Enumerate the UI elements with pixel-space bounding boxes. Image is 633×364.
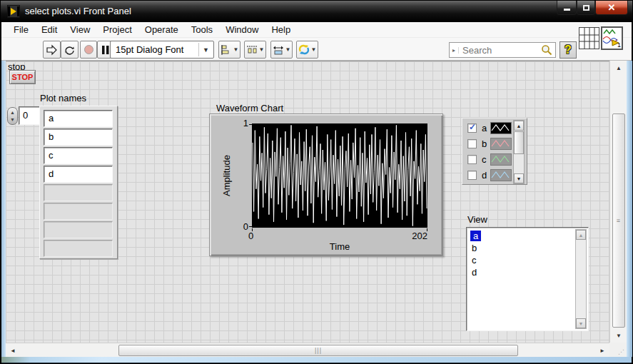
array-index-spinner[interactable]: ▲ ▼: [7, 107, 18, 125]
plot-visibility-checkbox[interactable]: ✓: [467, 171, 477, 180]
menu-help[interactable]: Help: [265, 23, 297, 36]
close-button[interactable]: ✕: [595, 1, 628, 15]
plot-visibility-checkbox[interactable]: ✓: [467, 139, 477, 148]
stop-button[interactable]: STOP: [9, 70, 36, 84]
legend-label: a: [482, 123, 487, 133]
menu-operate[interactable]: Operate: [138, 23, 185, 36]
array-element-0[interactable]: a: [44, 110, 113, 127]
x-tick-min: 0: [248, 231, 253, 241]
plot-names-label: Plot names: [40, 93, 86, 103]
plot-style-preview[interactable]: [490, 138, 512, 150]
legend-row-a: ✓ a: [462, 122, 512, 134]
array-element-6[interactable]: [44, 221, 113, 238]
abort-button[interactable]: [80, 41, 97, 59]
window-border-right: [627, 61, 632, 357]
chevron-down-icon: ▼: [311, 46, 317, 53]
scroll-down-icon[interactable]: ▼: [514, 173, 524, 183]
search-options-icon[interactable]: ▸: [450, 47, 459, 54]
plot-visibility-checkbox[interactable]: ✓: [467, 123, 477, 133]
context-help-button[interactable]: ?: [559, 41, 577, 59]
legend-row-b: ✓ b: [462, 138, 512, 150]
grid-alignment-tool[interactable]: [579, 27, 599, 49]
menu-tools[interactable]: Tools: [185, 23, 219, 36]
scroll-down-icon[interactable]: ▼: [576, 318, 586, 328]
y-axis-tick: [249, 124, 252, 125]
chevron-down-icon: ▼: [285, 46, 291, 53]
legend-label: d: [482, 170, 487, 181]
view-item-c[interactable]: c: [472, 255, 477, 266]
resize-grip[interactable]: ⋰: [609, 343, 627, 357]
array-element-text: c: [49, 150, 54, 161]
run-continuously-button[interactable]: [61, 41, 79, 59]
scroll-left-icon[interactable]: ◄: [7, 345, 19, 356]
array-element-2[interactable]: c: [44, 147, 113, 164]
font-selector[interactable]: 15pt Dialog Font ▼: [110, 41, 214, 59]
resize-objects-icon: [273, 45, 284, 55]
chevron-down-icon: ▼: [233, 46, 239, 53]
minimize-button[interactable]: [557, 1, 577, 15]
legend-label: b: [482, 138, 487, 149]
array-element-text: d: [49, 168, 54, 179]
menu-view[interactable]: View: [64, 23, 96, 36]
scroll-up-icon[interactable]: ▲: [612, 62, 625, 74]
plot-style-preview[interactable]: [490, 169, 512, 181]
legend-row-c: ✓ c: [462, 153, 512, 166]
help-icon: ?: [564, 44, 572, 56]
vi-icon[interactable]: 1: [601, 26, 623, 50]
view-item-b[interactable]: b: [472, 243, 477, 253]
reorder-objects-button[interactable]: ▼: [296, 41, 318, 59]
align-objects-button[interactable]: ▼: [218, 41, 240, 59]
font-selector-value: 15pt Dialog Font: [116, 44, 183, 55]
run-arrow-icon: [46, 44, 58, 56]
plot-style-preview[interactable]: [490, 153, 512, 166]
pause-icon: [101, 45, 110, 55]
legend-scrollbar-thumb[interactable]: [514, 131, 524, 154]
window-title: select plots.vi Front Panel: [25, 6, 131, 16]
legend-scrollbar[interactable]: ▲ ▼: [513, 120, 525, 184]
scroll-up-icon[interactable]: ▲: [576, 230, 586, 240]
scroll-right-icon[interactable]: ►: [597, 345, 608, 356]
align-objects-icon: [221, 45, 232, 55]
spinner-down-icon[interactable]: ▼: [10, 116, 15, 123]
maximize-button[interactable]: [577, 1, 595, 15]
array-element-5[interactable]: [44, 203, 113, 220]
vertical-scrollbar[interactable]: ▲ ≡ ▼: [609, 61, 627, 343]
array-element-1[interactable]: b: [44, 128, 113, 146]
scroll-down-icon[interactable]: ▼: [612, 330, 625, 341]
array-element-text: a: [49, 113, 54, 123]
plot-style-preview[interactable]: [490, 122, 512, 134]
window-border-bottom: [1, 357, 632, 364]
y-tick-max: 1: [231, 118, 248, 128]
run-button[interactable]: [43, 41, 61, 59]
plot-legend: ✓ a ✓ b ✓ c ✓ d: [462, 118, 527, 185]
search-input[interactable]: [459, 45, 540, 56]
view-listbox[interactable]: a b c d ▲ ▼: [466, 227, 589, 331]
array-element-4[interactable]: [44, 184, 113, 201]
array-index-field[interactable]: 0: [19, 106, 41, 125]
plot-visibility-checkbox[interactable]: ✓: [467, 155, 477, 164]
chart-title: Waveform Chart: [216, 103, 283, 113]
menu-window[interactable]: Window: [219, 23, 265, 36]
y-axis-label: Amplitude: [221, 123, 233, 228]
maximize-icon: [583, 5, 589, 11]
spinner-up-icon[interactable]: ▲: [10, 109, 15, 116]
reorder-objects-icon: [298, 44, 310, 55]
y-tick-min: 0: [231, 221, 248, 232]
view-item-d[interactable]: d: [472, 267, 477, 278]
title-bar[interactable]: select plots.vi Front Panel ✕: [1, 1, 632, 22]
chevron-down-icon: ▼: [203, 46, 209, 54]
menu-file[interactable]: File: [7, 23, 35, 36]
vertical-scrollbar-thumb[interactable]: ≡: [612, 113, 625, 328]
array-element-text: b: [49, 131, 54, 142]
menu-project[interactable]: Project: [96, 23, 138, 36]
menu-edit[interactable]: Edit: [35, 23, 64, 36]
view-scrollbar[interactable]: ▲ ▼: [575, 229, 587, 329]
horizontal-scrollbar-thumb[interactable]: |||: [118, 345, 518, 356]
resize-objects-button[interactable]: ▼: [270, 41, 293, 59]
scroll-up-icon[interactable]: ▲: [514, 121, 524, 131]
array-element-7[interactable]: [44, 240, 113, 257]
array-element-3[interactable]: d: [44, 166, 113, 183]
view-item-a[interactable]: a: [470, 231, 481, 241]
horizontal-scrollbar[interactable]: ◄ ||| ►: [6, 343, 609, 357]
distribute-objects-button[interactable]: ▼: [244, 41, 266, 59]
